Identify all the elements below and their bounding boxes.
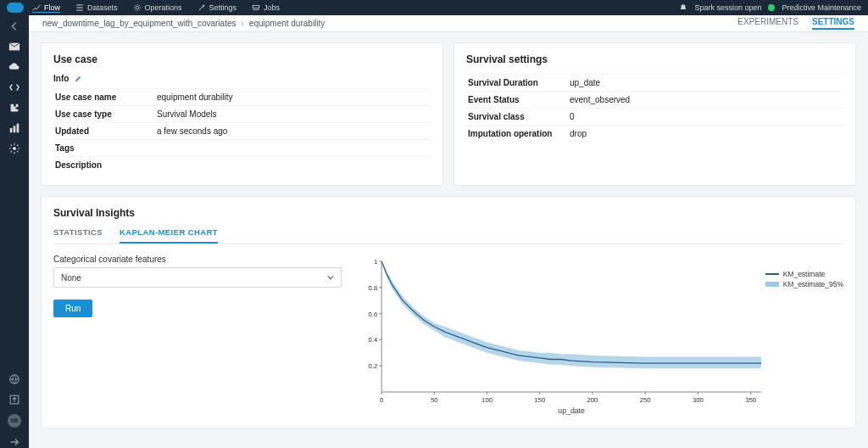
topbar: Flow Datasets Operations Settings Jobs S… (0, 0, 868, 15)
export-icon[interactable] (8, 394, 20, 406)
svg-text:300: 300 (693, 396, 704, 404)
nav-flow[interactable]: Flow (32, 3, 60, 13)
legend-line-icon (765, 273, 779, 275)
subtab-settings[interactable]: SETTINGS (812, 17, 854, 30)
svg-text:100: 100 (481, 396, 493, 404)
breadcrumb-bar: new_downtime_lag_by_equipment_with_covar… (29, 15, 868, 32)
svg-text:0.2: 0.2 (369, 362, 378, 370)
km-legend: KM_estimate KM_estimate_95% (765, 270, 843, 290)
usecase-table: Use case nameequipment durability Use ca… (53, 88, 431, 173)
usecase-name-key: Use case name (53, 89, 155, 106)
operations-icon (133, 3, 142, 12)
legend-line-label: KM_estimate (783, 270, 826, 278)
chart-icon[interactable] (8, 122, 20, 134)
nav-datasets-label: Datasets (87, 3, 118, 12)
cloud-upload-icon[interactable] (8, 61, 20, 73)
svg-point-7 (13, 147, 16, 150)
covariate-select[interactable]: None (53, 267, 342, 288)
datasets-icon (75, 3, 84, 12)
legend-area-icon (765, 282, 779, 287)
breadcrumb-current: equipment durability (249, 19, 326, 28)
survival-class-value: 0 (568, 109, 843, 126)
usecase-updated-value: a few seconds ago (155, 123, 431, 140)
usecase-name-value: equipment durability (155, 89, 431, 106)
usecase-info-label: Info (53, 74, 69, 83)
km-controls: Categorical covariate features None Run (53, 255, 342, 416)
svg-rect-5 (14, 126, 16, 132)
nav-operations[interactable]: Operations (133, 3, 182, 12)
arrow-right-icon[interactable] (8, 436, 20, 448)
svg-rect-4 (10, 128, 13, 132)
survival-table: Survival Durationup_date Event Statuseve… (466, 74, 843, 142)
svg-text:1: 1 (374, 258, 377, 266)
survival-imputation-value: drop (568, 126, 843, 143)
survival-duration-value: up_date (568, 75, 843, 92)
survival-imputation-key: Imputation operation (466, 126, 568, 143)
covariate-select-value: None (61, 273, 81, 283)
survival-status-key: Event Status (466, 92, 568, 109)
survival-status-value: event_observed (568, 92, 843, 109)
logo (7, 3, 24, 13)
spark-status-label: Spark session open (694, 3, 761, 12)
nav-operations-label: Operations (145, 3, 182, 12)
svg-text:0.6: 0.6 (369, 310, 378, 317)
chevron-left-icon[interactable] (8, 20, 20, 32)
svg-text:350: 350 (745, 396, 757, 404)
usecase-tags-value (155, 140, 431, 157)
content: Use case Info Use case nameequipment dur… (29, 32, 868, 448)
svg-text:0: 0 (380, 396, 384, 404)
code-icon[interactable] (8, 81, 20, 93)
usecase-updated-key: Updated (53, 123, 155, 140)
usecase-type-key: Use case type (53, 106, 155, 123)
subtab-experiments[interactable]: EXPERIMENTS (737, 17, 798, 30)
covariate-label: Categorical covariate features (53, 255, 342, 264)
globe-icon[interactable] (8, 373, 20, 385)
usecase-title: Use case (53, 53, 431, 65)
bell-icon[interactable] (679, 3, 687, 12)
insights-card: Survival Insights STATISTICS KAPLAN-MEIE… (41, 196, 856, 428)
jobs-icon (252, 3, 260, 12)
caret-down-icon (327, 274, 334, 281)
nav-flow-label: Flow (44, 3, 60, 12)
svg-text:up_date: up_date (558, 406, 585, 415)
project-label: Predictive Maintenance (782, 3, 861, 12)
topbar-right: Spark session open Predictive Maintenanc… (679, 3, 861, 12)
usecase-tags-key: Tags (53, 140, 155, 157)
nav-jobs-label: Jobs (264, 3, 280, 12)
svg-point-0 (136, 6, 139, 9)
tab-km-chart[interactable]: KAPLAN-MEIER CHART (120, 227, 218, 244)
usecase-desc-value (155, 157, 431, 174)
svg-rect-2 (253, 6, 259, 8)
km-chart: 0.20.40.60.81050100150200250300350up_dat… (359, 255, 843, 416)
gear-icon[interactable] (8, 143, 20, 154)
status-dot-icon (768, 4, 775, 11)
nav-datasets[interactable]: Datasets (75, 3, 118, 12)
flow-icon (32, 3, 41, 12)
notebook-badge[interactable]: NB (8, 414, 21, 428)
edit-icon[interactable] (74, 75, 82, 83)
subtabs: EXPERIMENTS SETTINGS (737, 17, 854, 30)
top-nav: Flow Datasets Operations Settings Jobs (32, 3, 280, 13)
survival-title: Survival settings (466, 53, 843, 65)
svg-text:200: 200 (587, 396, 599, 404)
usecase-desc-key: Description (53, 157, 155, 174)
nav-jobs[interactable]: Jobs (252, 3, 280, 12)
nav-settings[interactable]: Settings (198, 3, 237, 12)
mail-icon[interactable] (8, 41, 20, 53)
left-rail: NB (0, 15, 29, 448)
puzzle-icon[interactable] (8, 102, 20, 114)
run-button[interactable]: Run (53, 300, 92, 317)
settings-icon (198, 3, 206, 12)
insights-tabs: STATISTICS KAPLAN-MEIER CHART (53, 227, 843, 244)
usecase-card: Use case Info Use case nameequipment dur… (41, 42, 443, 186)
survival-class-key: Survival class (466, 109, 568, 126)
svg-text:0.8: 0.8 (369, 284, 378, 292)
svg-rect-6 (17, 124, 19, 133)
legend-area-label: KM_estimate_95% (783, 280, 843, 288)
breadcrumb-parent[interactable]: new_downtime_lag_by_equipment_with_covar… (42, 19, 236, 28)
svg-text:50: 50 (431, 396, 438, 404)
survival-duration-key: Survival Duration (466, 75, 568, 92)
svg-point-1 (202, 5, 203, 7)
svg-text:150: 150 (534, 396, 546, 404)
tab-statistics[interactable]: STATISTICS (53, 227, 103, 244)
